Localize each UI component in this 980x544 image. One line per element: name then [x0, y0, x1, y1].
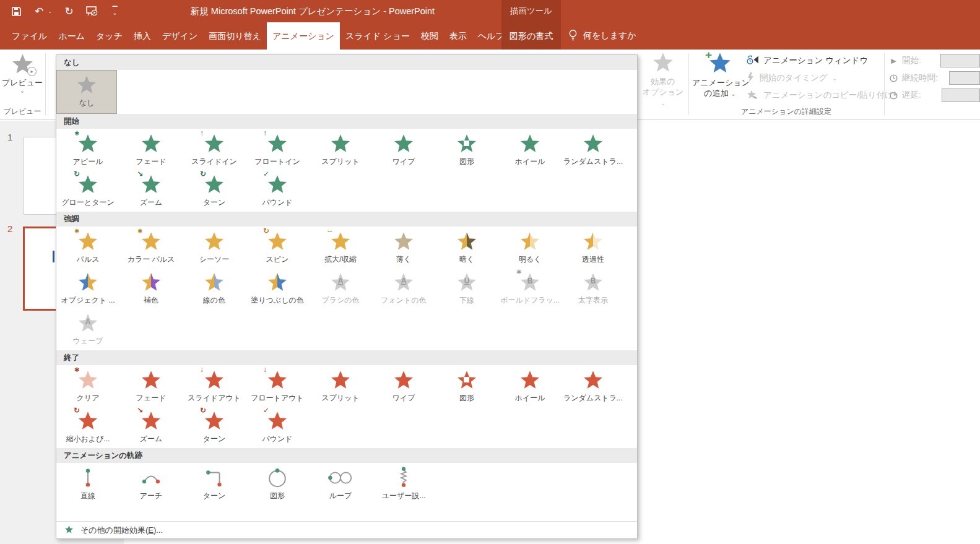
group-separator — [884, 53, 885, 115]
animation-effect-item[interactable]: 補色 — [119, 268, 183, 309]
animation-effect-icon: B∗ — [516, 270, 544, 294]
effect-options-button[interactable]: 効果の オプション ⌄ — [639, 51, 687, 108]
animation-effect-label: アピール — [73, 157, 103, 167]
ribbon-tab[interactable]: 挿入 — [128, 22, 157, 50]
animation-effect-item[interactable]: ⇔ 拡大/収縮 — [309, 227, 372, 268]
animation-effect-item[interactable]: ホイール — [498, 129, 562, 170]
animation-effect-item[interactable]: ✓ バウンド — [246, 170, 309, 211]
animation-effect-item[interactable]: ↑ フロートイン — [246, 129, 309, 170]
animation-effect-item[interactable]: ランダムストラ... — [562, 129, 625, 170]
animation-effect-label: 塗りつぶしの色 — [251, 295, 303, 306]
animation-pane-button[interactable]: アニメーション ウィンドウ — [747, 52, 893, 69]
animation-effect-item[interactable]: 図形 — [246, 464, 309, 504]
ribbon-tab[interactable]: ファイル — [6, 22, 53, 50]
animation-effect-item[interactable]: ループ — [309, 464, 372, 504]
animation-effect-item[interactable]: スプリット — [309, 366, 372, 407]
tab-shape-format[interactable]: 図形の書式 — [501, 22, 561, 50]
animation-effect-item[interactable]: ✓ バウンド — [246, 407, 309, 447]
timing-start-input[interactable] — [940, 54, 980, 67]
animation-effect-item[interactable]: なし — [56, 70, 117, 114]
animation-effect-item[interactable]: A ウェーブ — [56, 309, 119, 350]
animation-effect-item[interactable]: A フォントの色 — [372, 268, 435, 309]
animation-effect-icon: ↻ — [201, 409, 228, 433]
animation-effect-icon: ↓ — [201, 368, 228, 392]
window-title: 新規 Microsoft PowerPoint プレゼンテーション - Powe… — [56, 0, 570, 22]
more-entrance-effects-item[interactable]: その他の開始効果(E)... — [56, 521, 637, 538]
timing-delay-input[interactable] — [942, 89, 980, 102]
preview-dropdown-icon[interactable]: ⌄ — [0, 88, 45, 94]
timing-duration-input[interactable] — [949, 71, 980, 85]
animation-effect-item[interactable]: ランダムストラ... — [562, 366, 625, 407]
contextual-tools-header: 描画ツール — [501, 0, 561, 22]
animation-effect-item[interactable]: フェード — [119, 366, 183, 407]
animation-effect-item[interactable]: ↓ フロートアウト — [246, 366, 309, 407]
animation-effect-icon: ∗ — [74, 230, 102, 253]
preview-button[interactable]: ▸ プレビュー ⌄ — [0, 51, 45, 106]
animation-effect-item[interactable]: 線の色 — [183, 268, 246, 309]
animation-effect-item[interactable]: オブジェクト ... — [56, 268, 119, 309]
animation-effect-item[interactable]: ワイプ — [372, 129, 435, 170]
animation-effect-item[interactable]: アーチ — [119, 464, 183, 504]
ribbon-tab[interactable]: タッチ — [90, 22, 128, 50]
ribbon-tab[interactable]: デザイン — [157, 22, 203, 50]
animation-effect-item[interactable]: 塗りつぶしの色 — [246, 268, 309, 309]
animation-effect-item[interactable]: ↻ 縮小および... — [56, 407, 119, 447]
save-icon[interactable] — [10, 4, 22, 19]
animation-effect-item[interactable]: ↘ ズーム — [119, 170, 183, 211]
animation-effect-item[interactable]: ↻ ターン — [183, 170, 246, 211]
animation-effect-item[interactable]: ユーザー設... — [372, 464, 435, 504]
add-animation-button[interactable]: + アニメーション の追加 ⌄ — [692, 51, 748, 98]
animation-effect-item[interactable]: ターン — [183, 464, 246, 504]
animation-effect-item[interactable]: ↓ スライドアウト — [183, 366, 246, 407]
ribbon-tab[interactable]: 校閲 — [415, 22, 444, 50]
animation-effect-item[interactable]: 明るく — [498, 227, 562, 268]
animation-effect-item[interactable]: シーソー — [183, 227, 246, 268]
animation-effect-item[interactable]: ワイプ — [372, 366, 435, 407]
ribbon-tab-bar: ファイルホームタッチ挿入デザイン画面切り替えアニメーションスライド ショー校閲表… — [0, 22, 980, 50]
ribbon-tab[interactable]: アニメーション — [267, 22, 340, 50]
animation-effect-item[interactable]: ∗ アピール — [56, 129, 119, 170]
animation-effect-item[interactable]: ↻ ターン — [183, 407, 246, 447]
slide-2-number: 2 — [7, 223, 12, 234]
animation-effect-item[interactable]: B∗ ボールドフラッ... — [498, 268, 562, 309]
animation-effect-icon — [137, 368, 165, 392]
undo-icon[interactable]: ↶ — [33, 4, 45, 19]
animation-effect-item[interactable]: A ブラシの色 — [309, 268, 372, 309]
animation-effect-item[interactable]: スプリット — [309, 129, 372, 170]
animation-effect-item[interactable]: ∗ クリア — [56, 366, 119, 407]
ribbon-tab[interactable]: 表示 — [444, 22, 472, 50]
trigger-button[interactable]: 開始のタイミング ⌄ — [747, 69, 893, 87]
animation-pane-label: アニメーション ウィンドウ — [763, 55, 868, 66]
animation-effect-item[interactable]: ∗ カラー パルス — [119, 227, 183, 268]
animation-effect-item[interactable]: 図形 — [435, 366, 498, 407]
animation-effect-item[interactable]: ↑ スライドイン — [183, 129, 246, 170]
ribbon-tab[interactable]: スライド ショー — [340, 22, 415, 50]
undo-dropdown-icon[interactable]: ⌄ — [48, 8, 53, 14]
animation-effect-label: スライドアウト — [188, 393, 241, 404]
advanced-animation-group-label: アニメーションの詳細設定 — [712, 106, 861, 117]
animation-effect-item[interactable]: 暗く — [435, 227, 498, 268]
animation-effect-item[interactable]: 透過性 — [562, 227, 625, 268]
animation-effect-item[interactable]: 図形 — [435, 129, 498, 170]
animation-painter-label: アニメーションのコピー/貼り付け — [763, 90, 893, 101]
tell-me-box[interactable]: 何をしますか — [568, 22, 636, 50]
animation-effect-item[interactable]: U 下線 — [435, 268, 498, 309]
animation-effect-item[interactable]: ↻ スピン — [246, 227, 309, 268]
animation-effect-icon — [390, 466, 417, 490]
animation-effect-item[interactable]: ↘ ズーム — [119, 407, 183, 447]
timing-duration-label: 継続時間: — [902, 72, 938, 84]
animation-effect-icon — [74, 466, 102, 490]
animation-effect-item[interactable]: 直線 — [56, 464, 119, 504]
animation-painter-button[interactable]: アニメーションのコピー/貼り付け — [747, 87, 893, 104]
animation-effect-icon: ✓ — [264, 409, 291, 433]
animation-effect-item[interactable]: ホイール — [498, 366, 562, 407]
animation-effect-item[interactable]: B 太字表示 — [562, 268, 625, 309]
ribbon-tab[interactable]: 画面切り替え — [203, 22, 267, 50]
slide-2-placeholder-mark — [53, 251, 54, 262]
animation-effect-item[interactable]: ↻ グローとターン — [56, 170, 119, 211]
effect-options-label-line2: オプション — [643, 87, 684, 97]
animation-effect-item[interactable]: 薄く — [372, 227, 435, 268]
animation-effect-item[interactable]: フェード — [119, 129, 183, 170]
ribbon-tab[interactable]: ホーム — [53, 22, 90, 50]
animation-effect-item[interactable]: ∗ パルス — [56, 227, 119, 268]
